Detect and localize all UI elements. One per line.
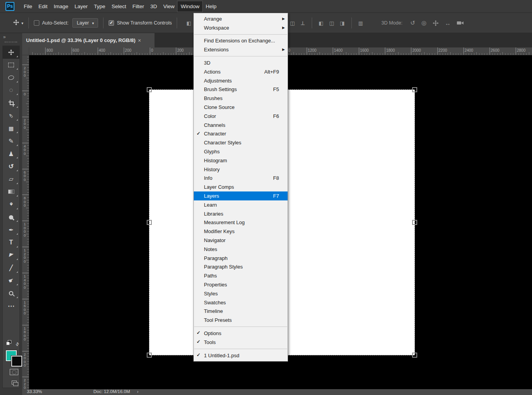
show-transform-controls-checkbox[interactable] bbox=[109, 20, 114, 26]
history-brush-tool[interactable]: ↺ bbox=[3, 160, 19, 173]
align-bottom-edges-icon[interactable]: ⊥ bbox=[300, 20, 305, 26]
menubar-item-file[interactable]: File bbox=[21, 1, 35, 12]
align-left-edges-icon[interactable]: ◧ bbox=[186, 20, 191, 26]
transform-handle-bottom-right[interactable] bbox=[412, 353, 417, 358]
slide-3d-icon[interactable]: ↔ bbox=[445, 20, 451, 26]
menu-item-3d[interactable]: 3D bbox=[194, 58, 288, 67]
menu-item-channels[interactable]: Channels bbox=[194, 121, 288, 130]
menubar-item-filter[interactable]: Filter bbox=[129, 1, 147, 12]
menu-item-clone-source[interactable]: Clone Source bbox=[194, 103, 288, 112]
document-tab[interactable]: Untitled-1.psd @ 33.3% (Layer 0 copy, RG… bbox=[22, 33, 155, 47]
collapse-panel-icon[interactable]: » bbox=[3, 34, 6, 40]
transform-handle-middle-left[interactable] bbox=[147, 220, 152, 225]
menu-item-info[interactable]: InfoF8 bbox=[194, 174, 288, 183]
auto-select-mode-dropdown[interactable]: Layer ▾ bbox=[72, 18, 98, 28]
pan-3d-icon[interactable] bbox=[433, 20, 439, 26]
default-colors-icon[interactable] bbox=[6, 340, 12, 346]
menubar-item-3d[interactable]: 3D bbox=[147, 1, 160, 12]
close-tab-icon[interactable]: × bbox=[138, 37, 141, 44]
menubar-item-type[interactable]: Type bbox=[91, 1, 108, 12]
auto-select-checkbox[interactable] bbox=[34, 20, 39, 26]
status-options-chevron-icon[interactable]: › bbox=[137, 389, 139, 394]
clone-stamp-tool[interactable]: ♟ bbox=[3, 147, 19, 160]
menu-item-tools[interactable]: ✓Tools bbox=[194, 338, 288, 347]
menu-item-modifier-keys[interactable]: Modifier Keys bbox=[194, 227, 288, 236]
gradient-tool[interactable] bbox=[3, 186, 19, 198]
rectangular-marquee-tool[interactable] bbox=[3, 59, 19, 72]
rotate-view-tool[interactable]: ☛ bbox=[3, 274, 19, 287]
crop-tool[interactable] bbox=[3, 97, 19, 109]
path-selection-tool[interactable]: ◤ bbox=[3, 249, 19, 262]
distribute-right-edges-icon[interactable]: ◨ bbox=[340, 20, 344, 26]
menubar-item-image[interactable]: Image bbox=[51, 1, 72, 12]
menu-item-measurement-log[interactable]: Measurement Log bbox=[194, 218, 288, 227]
background-color-swatch[interactable] bbox=[11, 356, 22, 367]
brush-tool[interactable]: ✎ bbox=[3, 135, 19, 147]
menu-item-paths[interactable]: Paths bbox=[194, 271, 288, 280]
menu-item-character[interactable]: ✓Character bbox=[194, 130, 288, 139]
camera-3d-icon[interactable] bbox=[457, 21, 461, 25]
menu-item-timeline[interactable]: Timeline bbox=[194, 307, 288, 316]
orbit-3d-icon[interactable]: ↺ bbox=[410, 19, 415, 26]
menu-item-adjustments[interactable]: Adjustments bbox=[194, 76, 288, 85]
line-tool[interactable]: ╱ bbox=[3, 262, 19, 274]
chevron-down-icon[interactable]: ▾ bbox=[21, 20, 23, 26]
transform-handle-middle-right[interactable] bbox=[412, 220, 417, 225]
menu-item-brush-settings[interactable]: Brush SettingsF5 bbox=[194, 85, 288, 94]
transform-handle-bottom-left[interactable] bbox=[147, 353, 152, 358]
menu-item-glyphs[interactable]: Glyphs bbox=[194, 147, 288, 156]
transform-handle-top-right[interactable] bbox=[412, 87, 417, 92]
menu-item-brushes[interactable]: Brushes bbox=[194, 94, 288, 103]
menu-item-properties[interactable]: Properties bbox=[194, 280, 288, 289]
pen-tool[interactable]: ✒ bbox=[3, 223, 19, 236]
menu-item-extensions[interactable]: Extensions▶ bbox=[194, 45, 288, 54]
menu-item-options[interactable]: ✓Options bbox=[194, 329, 288, 338]
blur-tool[interactable]: ♠ bbox=[3, 198, 19, 211]
swap-colors-icon[interactable]: ⇄ bbox=[16, 340, 19, 347]
menu-item-history[interactable]: History bbox=[194, 165, 288, 174]
dodge-tool[interactable] bbox=[3, 211, 19, 224]
menubar-item-window[interactable]: Window bbox=[177, 1, 202, 12]
menubar-item-select[interactable]: Select bbox=[109, 1, 130, 12]
screen-mode-icon[interactable] bbox=[12, 381, 17, 384]
menu-item-paragraph-styles[interactable]: Paragraph Styles bbox=[194, 263, 288, 272]
roll-3d-icon[interactable]: ◎ bbox=[421, 19, 427, 26]
menu-item-histogram[interactable]: Histogram bbox=[194, 156, 288, 165]
menu-item-tool-presets[interactable]: Tool Presets bbox=[194, 316, 288, 325]
toolbar-grip[interactable] bbox=[5, 42, 17, 42]
eraser-tool[interactable]: ▱ bbox=[3, 173, 19, 186]
align-vertical-centers-icon[interactable]: ◫ bbox=[290, 20, 295, 26]
zoom-level-field[interactable]: 33.33% bbox=[27, 389, 42, 394]
transform-handle-top-left[interactable] bbox=[147, 87, 152, 92]
lasso-tool[interactable] bbox=[3, 71, 19, 84]
menu-item-swatches[interactable]: Swatches bbox=[194, 298, 288, 307]
zoom-tool[interactable] bbox=[3, 287, 19, 300]
menu-item-learn[interactable]: Learn bbox=[194, 200, 288, 209]
menu-item-find-extensions-on-exchange-[interactable]: Find Extensions on Exchange... bbox=[194, 37, 288, 46]
menu-item-navigator[interactable]: Navigator bbox=[194, 236, 288, 245]
eyedropper-tool[interactable]: ✑ bbox=[3, 109, 19, 122]
distribute-left-edges-icon[interactable]: ◧ bbox=[319, 20, 323, 26]
menubar-item-view[interactable]: View bbox=[160, 1, 177, 12]
edit-toolbar[interactable]: ⋯ bbox=[3, 300, 19, 312]
move-tool[interactable] bbox=[3, 46, 19, 59]
distribute-centers-icon[interactable]: ◫ bbox=[329, 20, 334, 26]
vertical-ruler[interactable]: 2 0 002 0 04 0 06 0 08 0 01 0 0 01 2 0 0… bbox=[22, 55, 29, 395]
menu-item-color[interactable]: ColorF6 bbox=[194, 112, 288, 121]
menu-item-actions[interactable]: ActionsAlt+F9 bbox=[194, 67, 288, 76]
type-tool[interactable]: T bbox=[3, 236, 19, 249]
menu-item-styles[interactable]: Styles bbox=[194, 289, 288, 298]
chevron-down-icon[interactable]: ▾ bbox=[21, 21, 23, 25]
menu-item-layer-comps[interactable]: Layer Comps bbox=[194, 183, 288, 191]
menu-item-arrange[interactable]: Arrange▶ bbox=[194, 14, 288, 23]
menubar-item-help[interactable]: Help bbox=[202, 1, 219, 12]
collapse-icon[interactable]: » bbox=[3, 34, 6, 40]
menu-item-paragraph[interactable]: Paragraph bbox=[194, 254, 288, 263]
distribute-spacing-icon[interactable]: ▥ bbox=[358, 20, 363, 26]
menu-item-workspace[interactable]: Workspace▶ bbox=[194, 23, 288, 32]
menu-item-layers[interactable]: LayersF7 bbox=[194, 191, 288, 200]
spot-healing-brush-tool[interactable]: ▩ bbox=[3, 122, 19, 135]
quick-mask-icon[interactable] bbox=[10, 369, 18, 375]
menu-item-1-untitled-1-psd[interactable]: ✓1 Untitled-1.psd bbox=[194, 351, 288, 360]
menubar-item-layer[interactable]: Layer bbox=[72, 1, 91, 12]
